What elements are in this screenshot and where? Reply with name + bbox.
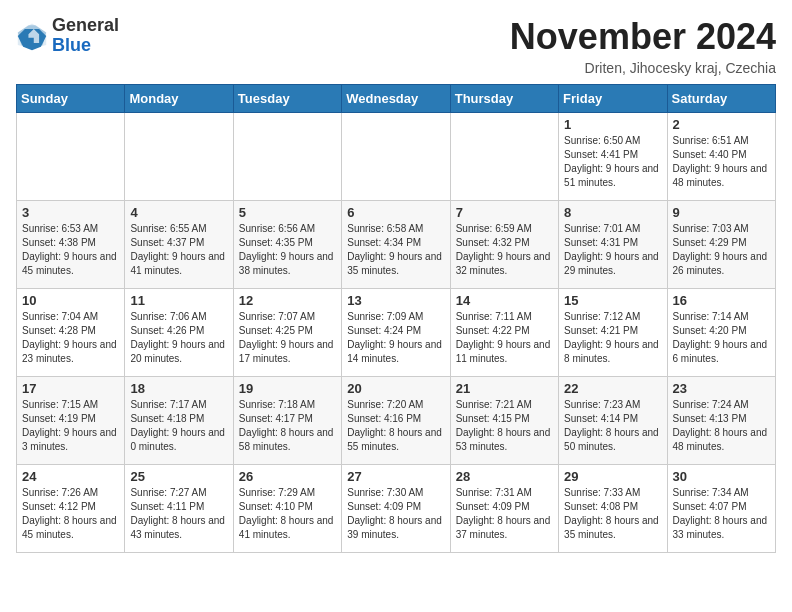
- day-cell-3: 3Sunrise: 6:53 AM Sunset: 4:38 PM Daylig…: [17, 201, 125, 289]
- week-row-1: 1Sunrise: 6:50 AM Sunset: 4:41 PM Daylig…: [17, 113, 776, 201]
- day-number: 6: [347, 205, 444, 220]
- day-cell-1: 1Sunrise: 6:50 AM Sunset: 4:41 PM Daylig…: [559, 113, 667, 201]
- empty-cell: [342, 113, 450, 201]
- header-friday: Friday: [559, 85, 667, 113]
- calendar-header: SundayMondayTuesdayWednesdayThursdayFrid…: [17, 85, 776, 113]
- week-row-4: 17Sunrise: 7:15 AM Sunset: 4:19 PM Dayli…: [17, 377, 776, 465]
- logo-icon: [16, 20, 48, 52]
- header-tuesday: Tuesday: [233, 85, 341, 113]
- day-info: Sunrise: 7:11 AM Sunset: 4:22 PM Dayligh…: [456, 310, 553, 366]
- calendar-table: SundayMondayTuesdayWednesdayThursdayFrid…: [16, 84, 776, 553]
- day-info: Sunrise: 7:01 AM Sunset: 4:31 PM Dayligh…: [564, 222, 661, 278]
- day-cell-16: 16Sunrise: 7:14 AM Sunset: 4:20 PM Dayli…: [667, 289, 775, 377]
- day-cell-21: 21Sunrise: 7:21 AM Sunset: 4:15 PM Dayli…: [450, 377, 558, 465]
- day-info: Sunrise: 7:17 AM Sunset: 4:18 PM Dayligh…: [130, 398, 227, 454]
- day-number: 20: [347, 381, 444, 396]
- day-cell-2: 2Sunrise: 6:51 AM Sunset: 4:40 PM Daylig…: [667, 113, 775, 201]
- day-number: 26: [239, 469, 336, 484]
- day-number: 15: [564, 293, 661, 308]
- day-number: 3: [22, 205, 119, 220]
- day-info: Sunrise: 7:09 AM Sunset: 4:24 PM Dayligh…: [347, 310, 444, 366]
- day-number: 24: [22, 469, 119, 484]
- day-info: Sunrise: 7:30 AM Sunset: 4:09 PM Dayligh…: [347, 486, 444, 542]
- day-cell-14: 14Sunrise: 7:11 AM Sunset: 4:22 PM Dayli…: [450, 289, 558, 377]
- empty-cell: [233, 113, 341, 201]
- week-row-2: 3Sunrise: 6:53 AM Sunset: 4:38 PM Daylig…: [17, 201, 776, 289]
- header-saturday: Saturday: [667, 85, 775, 113]
- day-info: Sunrise: 7:27 AM Sunset: 4:11 PM Dayligh…: [130, 486, 227, 542]
- day-cell-24: 24Sunrise: 7:26 AM Sunset: 4:12 PM Dayli…: [17, 465, 125, 553]
- day-info: Sunrise: 7:26 AM Sunset: 4:12 PM Dayligh…: [22, 486, 119, 542]
- day-cell-20: 20Sunrise: 7:20 AM Sunset: 4:16 PM Dayli…: [342, 377, 450, 465]
- month-title: November 2024: [510, 16, 776, 58]
- header-thursday: Thursday: [450, 85, 558, 113]
- day-cell-6: 6Sunrise: 6:58 AM Sunset: 4:34 PM Daylig…: [342, 201, 450, 289]
- day-info: Sunrise: 7:31 AM Sunset: 4:09 PM Dayligh…: [456, 486, 553, 542]
- logo: General Blue: [16, 16, 119, 56]
- day-info: Sunrise: 6:51 AM Sunset: 4:40 PM Dayligh…: [673, 134, 770, 190]
- calendar-body: 1Sunrise: 6:50 AM Sunset: 4:41 PM Daylig…: [17, 113, 776, 553]
- day-number: 13: [347, 293, 444, 308]
- week-row-5: 24Sunrise: 7:26 AM Sunset: 4:12 PM Dayli…: [17, 465, 776, 553]
- page-header: General Blue November 2024 Driten, Jihoc…: [16, 16, 776, 76]
- day-number: 16: [673, 293, 770, 308]
- header-wednesday: Wednesday: [342, 85, 450, 113]
- day-number: 25: [130, 469, 227, 484]
- day-number: 21: [456, 381, 553, 396]
- day-cell-26: 26Sunrise: 7:29 AM Sunset: 4:10 PM Dayli…: [233, 465, 341, 553]
- day-cell-5: 5Sunrise: 6:56 AM Sunset: 4:35 PM Daylig…: [233, 201, 341, 289]
- day-number: 7: [456, 205, 553, 220]
- day-cell-22: 22Sunrise: 7:23 AM Sunset: 4:14 PM Dayli…: [559, 377, 667, 465]
- day-cell-25: 25Sunrise: 7:27 AM Sunset: 4:11 PM Dayli…: [125, 465, 233, 553]
- day-info: Sunrise: 7:14 AM Sunset: 4:20 PM Dayligh…: [673, 310, 770, 366]
- day-info: Sunrise: 7:20 AM Sunset: 4:16 PM Dayligh…: [347, 398, 444, 454]
- day-info: Sunrise: 7:18 AM Sunset: 4:17 PM Dayligh…: [239, 398, 336, 454]
- day-number: 1: [564, 117, 661, 132]
- header-monday: Monday: [125, 85, 233, 113]
- day-number: 22: [564, 381, 661, 396]
- empty-cell: [450, 113, 558, 201]
- day-number: 10: [22, 293, 119, 308]
- day-info: Sunrise: 7:04 AM Sunset: 4:28 PM Dayligh…: [22, 310, 119, 366]
- day-cell-27: 27Sunrise: 7:30 AM Sunset: 4:09 PM Dayli…: [342, 465, 450, 553]
- day-cell-4: 4Sunrise: 6:55 AM Sunset: 4:37 PM Daylig…: [125, 201, 233, 289]
- day-number: 4: [130, 205, 227, 220]
- day-info: Sunrise: 7:29 AM Sunset: 4:10 PM Dayligh…: [239, 486, 336, 542]
- day-info: Sunrise: 7:06 AM Sunset: 4:26 PM Dayligh…: [130, 310, 227, 366]
- day-cell-28: 28Sunrise: 7:31 AM Sunset: 4:09 PM Dayli…: [450, 465, 558, 553]
- day-info: Sunrise: 7:21 AM Sunset: 4:15 PM Dayligh…: [456, 398, 553, 454]
- day-info: Sunrise: 6:58 AM Sunset: 4:34 PM Dayligh…: [347, 222, 444, 278]
- day-info: Sunrise: 6:53 AM Sunset: 4:38 PM Dayligh…: [22, 222, 119, 278]
- day-number: 18: [130, 381, 227, 396]
- day-number: 23: [673, 381, 770, 396]
- day-cell-13: 13Sunrise: 7:09 AM Sunset: 4:24 PM Dayli…: [342, 289, 450, 377]
- day-info: Sunrise: 6:59 AM Sunset: 4:32 PM Dayligh…: [456, 222, 553, 278]
- header-sunday: Sunday: [17, 85, 125, 113]
- day-cell-9: 9Sunrise: 7:03 AM Sunset: 4:29 PM Daylig…: [667, 201, 775, 289]
- day-number: 28: [456, 469, 553, 484]
- day-cell-7: 7Sunrise: 6:59 AM Sunset: 4:32 PM Daylig…: [450, 201, 558, 289]
- day-number: 27: [347, 469, 444, 484]
- day-info: Sunrise: 7:03 AM Sunset: 4:29 PM Dayligh…: [673, 222, 770, 278]
- day-info: Sunrise: 6:55 AM Sunset: 4:37 PM Dayligh…: [130, 222, 227, 278]
- logo-text: General Blue: [52, 16, 119, 56]
- day-number: 17: [22, 381, 119, 396]
- day-info: Sunrise: 6:50 AM Sunset: 4:41 PM Dayligh…: [564, 134, 661, 190]
- day-cell-30: 30Sunrise: 7:34 AM Sunset: 4:07 PM Dayli…: [667, 465, 775, 553]
- day-number: 5: [239, 205, 336, 220]
- title-block: November 2024 Driten, Jihocesky kraj, Cz…: [510, 16, 776, 76]
- day-info: Sunrise: 7:33 AM Sunset: 4:08 PM Dayligh…: [564, 486, 661, 542]
- day-number: 8: [564, 205, 661, 220]
- day-number: 14: [456, 293, 553, 308]
- header-row: SundayMondayTuesdayWednesdayThursdayFrid…: [17, 85, 776, 113]
- day-number: 12: [239, 293, 336, 308]
- day-cell-12: 12Sunrise: 7:07 AM Sunset: 4:25 PM Dayli…: [233, 289, 341, 377]
- week-row-3: 10Sunrise: 7:04 AM Sunset: 4:28 PM Dayli…: [17, 289, 776, 377]
- day-cell-8: 8Sunrise: 7:01 AM Sunset: 4:31 PM Daylig…: [559, 201, 667, 289]
- day-info: Sunrise: 7:07 AM Sunset: 4:25 PM Dayligh…: [239, 310, 336, 366]
- day-info: Sunrise: 7:24 AM Sunset: 4:13 PM Dayligh…: [673, 398, 770, 454]
- day-cell-15: 15Sunrise: 7:12 AM Sunset: 4:21 PM Dayli…: [559, 289, 667, 377]
- day-info: Sunrise: 7:34 AM Sunset: 4:07 PM Dayligh…: [673, 486, 770, 542]
- day-number: 19: [239, 381, 336, 396]
- day-info: Sunrise: 7:12 AM Sunset: 4:21 PM Dayligh…: [564, 310, 661, 366]
